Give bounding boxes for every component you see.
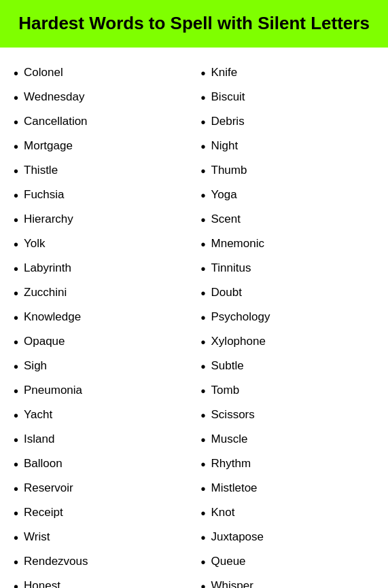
left-column: ColonelWednesdayCancellationMortgageThis… bbox=[7, 61, 194, 588]
list-item: Reservoir bbox=[14, 477, 188, 501]
list-item: Muscle bbox=[201, 428, 375, 452]
list-item: Knowledge bbox=[14, 306, 188, 330]
list-item: Rendezvous bbox=[14, 550, 188, 574]
list-item: Honest bbox=[14, 574, 188, 588]
list-item: Balloon bbox=[14, 452, 188, 477]
list-item: Night bbox=[201, 134, 375, 159]
list-item: Rhythm bbox=[201, 452, 375, 477]
list-item: Mortgage bbox=[14, 134, 188, 159]
list-item: Island bbox=[14, 428, 188, 452]
list-item: Yoga bbox=[201, 183, 375, 208]
page-title: Hardest Words to Spell with Silent Lette… bbox=[14, 12, 374, 35]
list-item: Wrist bbox=[14, 526, 188, 550]
list-item: Knife bbox=[201, 61, 375, 86]
list-item: Yacht bbox=[14, 403, 188, 428]
list-item: Fuchsia bbox=[14, 183, 188, 208]
list-item: Doubt bbox=[201, 281, 375, 306]
list-item: Scissors bbox=[201, 403, 375, 428]
list-item: Whisper bbox=[201, 574, 375, 588]
list-item: Hierarchy bbox=[14, 208, 188, 232]
page-header: Hardest Words to Spell with Silent Lette… bbox=[0, 0, 388, 48]
content-area: ColonelWednesdayCancellationMortgageThis… bbox=[0, 48, 388, 588]
list-item: Thistle bbox=[14, 159, 188, 183]
right-word-list: KnifeBiscuitDebrisNightThumbYogaScentMne… bbox=[201, 61, 375, 588]
list-item: Knot bbox=[201, 501, 375, 526]
list-item: Wednesday bbox=[14, 86, 188, 110]
list-item: Biscuit bbox=[201, 86, 375, 110]
list-item: Debris bbox=[201, 110, 375, 134]
list-item: Sigh bbox=[14, 354, 188, 379]
list-item: Labyrinth bbox=[14, 257, 188, 281]
list-item: Thumb bbox=[201, 159, 375, 183]
list-item: Mnemonic bbox=[201, 232, 375, 257]
left-word-list: ColonelWednesdayCancellationMortgageThis… bbox=[14, 61, 188, 588]
list-item: Opaque bbox=[14, 330, 188, 354]
list-item: Juxtapose bbox=[201, 526, 375, 550]
list-item: Cancellation bbox=[14, 110, 188, 134]
list-item: Queue bbox=[201, 550, 375, 574]
right-column: KnifeBiscuitDebrisNightThumbYogaScentMne… bbox=[194, 61, 382, 588]
list-item: Receipt bbox=[14, 501, 188, 526]
list-item: Mistletoe bbox=[201, 477, 375, 501]
list-item: Psychology bbox=[201, 306, 375, 330]
list-item: Colonel bbox=[14, 61, 188, 86]
list-item: Tomb bbox=[201, 379, 375, 403]
list-item: Pneumonia bbox=[14, 379, 188, 403]
list-item: Subtle bbox=[201, 354, 375, 379]
list-item: Xylophone bbox=[201, 330, 375, 354]
list-item: Yolk bbox=[14, 232, 188, 257]
list-item: Tinnitus bbox=[201, 257, 375, 281]
list-item: Zucchini bbox=[14, 281, 188, 306]
list-item: Scent bbox=[201, 208, 375, 232]
